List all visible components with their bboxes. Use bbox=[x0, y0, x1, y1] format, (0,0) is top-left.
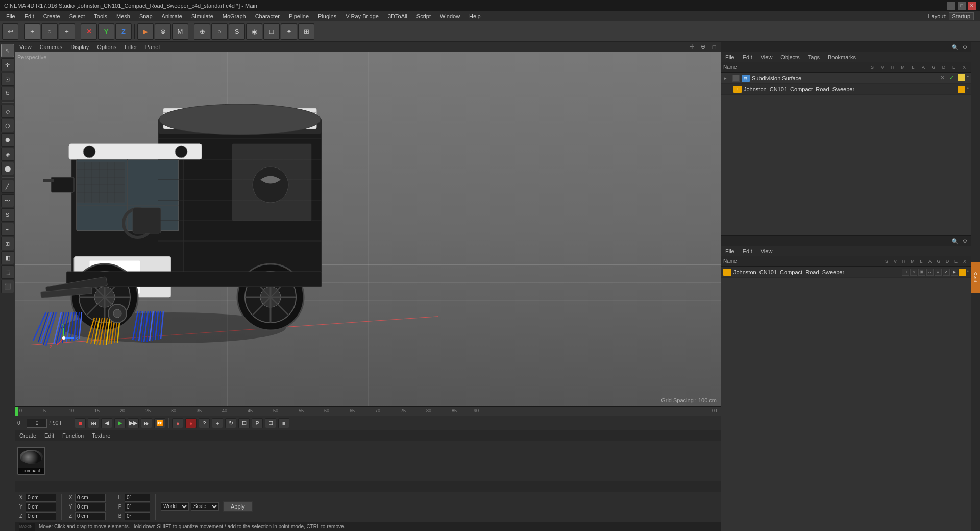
minimize-button[interactable]: ─ bbox=[947, 2, 955, 10]
mat-menu-edit[interactable]: Edit bbox=[42, 432, 56, 439]
viewport-menu-view[interactable]: View bbox=[17, 44, 34, 50]
transport-goto-end[interactable]: ⏩ bbox=[154, 418, 165, 428]
viewport-icon-3[interactable]: □ bbox=[709, 42, 719, 52]
maximize-button[interactable]: □ bbox=[958, 2, 966, 10]
tool-9[interactable]: ⌁ bbox=[1, 223, 14, 236]
menu-mesh[interactable]: Mesh bbox=[112, 12, 134, 20]
render-region-button[interactable]: ⊗ bbox=[155, 23, 171, 40]
orange-sidebar-tab[interactable]: Conf bbox=[971, 262, 980, 293]
tool-7[interactable]: 〜 bbox=[1, 194, 14, 207]
obj-row-johnston[interactable]: L Johnston_CN101_Compact_Road_Sweeper • bbox=[721, 84, 971, 95]
menu-3dtoall[interactable]: 3DToAll bbox=[384, 12, 411, 20]
transport-auto-key[interactable]: ● bbox=[172, 418, 183, 428]
menu-select[interactable]: Select bbox=[65, 12, 89, 20]
spline-button[interactable]: ○ bbox=[211, 23, 228, 40]
menu-vray[interactable]: V-Ray Bridge bbox=[341, 12, 383, 20]
obj-menu-tags[interactable]: Tags bbox=[806, 54, 822, 60]
coord-x-input[interactable] bbox=[26, 494, 56, 502]
menu-snap[interactable]: Snap bbox=[135, 12, 157, 20]
obj-mgr-icon-2[interactable]: ⚙ bbox=[961, 43, 969, 51]
transport-key-pla[interactable]: ⊞ bbox=[265, 418, 276, 428]
viewport-menu-options[interactable]: Options bbox=[95, 44, 118, 50]
render-button[interactable]: ▶ bbox=[137, 23, 154, 40]
tool-1[interactable]: ◇ bbox=[1, 105, 14, 118]
subdiv-checkbox[interactable] bbox=[732, 75, 740, 82]
coord-ry-input[interactable] bbox=[75, 503, 106, 511]
transport-key-rot[interactable]: ↻ bbox=[225, 418, 236, 428]
close-button[interactable]: ✕ bbox=[968, 2, 976, 10]
menu-file[interactable]: File bbox=[2, 12, 19, 20]
viewport-3d[interactable]: Perspective Grid Spacing : 100 cm bbox=[15, 52, 721, 406]
coord-world-select[interactable]: World Object bbox=[161, 502, 189, 511]
transport-key-sel[interactable]: ♦ bbox=[185, 418, 197, 428]
tool-12[interactable]: ⬚ bbox=[1, 266, 14, 279]
tool-10[interactable]: ⊞ bbox=[1, 237, 14, 250]
menu-tools[interactable]: Tools bbox=[90, 12, 111, 20]
axis-z-button[interactable]: Z bbox=[115, 23, 132, 40]
menu-help[interactable]: Help bbox=[465, 12, 485, 20]
camera-button[interactable]: ⊞ bbox=[298, 23, 314, 40]
attr-mgr-icon-1[interactable]: 🔍 bbox=[951, 237, 959, 245]
obj-menu-bookmarks[interactable]: Bookmarks bbox=[826, 54, 858, 60]
frame-input[interactable] bbox=[27, 419, 47, 428]
viewport-menu-filter[interactable]: Filter bbox=[122, 44, 139, 50]
menu-character[interactable]: Character bbox=[251, 12, 284, 20]
expand-icon[interactable]: ▸ bbox=[724, 76, 732, 81]
effector-button[interactable]: □ bbox=[263, 23, 280, 40]
viewport-icon-2[interactable]: ⊕ bbox=[698, 42, 707, 52]
mode-points-button[interactable]: ○ bbox=[41, 23, 58, 40]
coord-z-input[interactable] bbox=[26, 512, 56, 520]
tool-8[interactable]: S bbox=[1, 208, 14, 222]
coord-p-input[interactable] bbox=[125, 503, 150, 511]
tool-rotate[interactable]: ↻ bbox=[1, 87, 14, 100]
tool-move[interactable]: ✛ bbox=[1, 58, 14, 71]
tool-select[interactable]: ↖ bbox=[1, 44, 14, 57]
transport-key-all[interactable]: ? bbox=[199, 418, 210, 428]
viewport-icon-1[interactable]: ✛ bbox=[687, 42, 696, 52]
tool-11[interactable]: ◧ bbox=[1, 251, 14, 264]
mode-edges-button[interactable]: + bbox=[59, 23, 75, 40]
tool-5[interactable]: ⬤ bbox=[1, 162, 14, 175]
axis-y-button[interactable]: Y bbox=[98, 23, 114, 40]
mat-menu-create[interactable]: Create bbox=[17, 432, 38, 439]
viewport-menu-display[interactable]: Display bbox=[68, 44, 91, 50]
timeline-track[interactable]: 0 5 10 15 20 25 30 35 40 45 50 55 60 65 … bbox=[15, 407, 721, 416]
obj-menu-objects[interactable]: Objects bbox=[778, 54, 801, 60]
transport-next-frame[interactable]: ▶▶ bbox=[128, 418, 139, 428]
nurbs-button[interactable]: S bbox=[229, 23, 245, 40]
menu-create[interactable]: Create bbox=[39, 12, 64, 20]
tool-2[interactable]: ⬡ bbox=[1, 119, 14, 132]
viewport-menu-panel[interactable]: Panel bbox=[143, 44, 162, 50]
attr-mgr-icon-2[interactable]: ⚙ bbox=[961, 237, 969, 245]
viewport-menu-cameras[interactable]: Cameras bbox=[38, 44, 65, 50]
menu-window[interactable]: Window bbox=[436, 12, 464, 20]
menu-script[interactable]: Script bbox=[412, 12, 435, 20]
axis-x-button[interactable]: ✕ bbox=[81, 23, 97, 40]
cube-button[interactable]: ⊕ bbox=[194, 23, 210, 40]
obj-row-subdivision[interactable]: ▸ ≋ Subdivision Surface ✕ ✓ • bbox=[721, 73, 971, 84]
tool-4[interactable]: ◈ bbox=[1, 148, 14, 161]
transport-next-key[interactable]: ⏭ bbox=[141, 418, 152, 428]
material-swatch[interactable]: compact bbox=[17, 447, 45, 475]
obj-mgr-icon-1[interactable]: 🔍 bbox=[951, 43, 959, 51]
menu-simulate[interactable]: Simulate bbox=[187, 12, 217, 20]
apply-button[interactable]: Apply bbox=[223, 501, 253, 512]
tool-6[interactable]: ╱ bbox=[1, 180, 14, 193]
coord-scale-select[interactable]: Scale bbox=[191, 502, 219, 511]
menu-plugins[interactable]: Plugins bbox=[314, 12, 340, 20]
transport-timeline-view[interactable]: ≡ bbox=[278, 418, 289, 428]
deformer-button[interactable]: ◉ bbox=[246, 23, 262, 40]
light-button[interactable]: ✦ bbox=[281, 23, 297, 40]
transport-record[interactable]: ⏺ bbox=[75, 418, 86, 428]
attr-menu-edit[interactable]: Edit bbox=[741, 248, 754, 254]
attr-menu-file[interactable]: File bbox=[723, 248, 737, 254]
menu-pipeline[interactable]: Pipeline bbox=[285, 12, 313, 20]
coord-b-input[interactable] bbox=[125, 512, 150, 520]
coord-y-input[interactable] bbox=[26, 503, 56, 511]
coord-rx-input[interactable] bbox=[75, 494, 106, 502]
transport-key-scale[interactable]: ⊡ bbox=[238, 418, 250, 428]
obj-menu-view[interactable]: View bbox=[758, 54, 775, 60]
mat-menu-texture[interactable]: Texture bbox=[90, 432, 112, 439]
tool-scale[interactable]: ⊡ bbox=[1, 73, 14, 86]
transport-key-pos[interactable]: + bbox=[212, 418, 223, 428]
